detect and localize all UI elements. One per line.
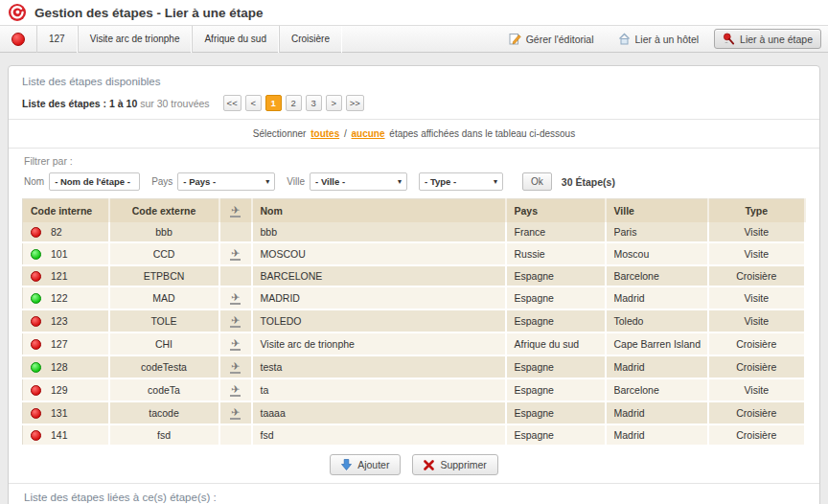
page-first-button[interactable]: << [223,95,242,111]
table-row[interactable]: 121ETPBCNBARCELONEEspagneBarceloneCroisi… [23,265,806,286]
nom-cell: TOLEDO [252,309,506,332]
nom-cell: fsd [252,424,506,446]
type-cell: Visite [708,222,806,242]
ville-cell: Paris [606,222,708,242]
page-2-button[interactable]: 2 [286,95,302,111]
page-prev-button[interactable]: < [245,95,262,111]
pays-filter-value: - Pays - [183,176,216,187]
link-hotel-button[interactable]: Lier à un hôtel [610,29,708,49]
chevron-down-icon: ▾ [265,177,269,186]
code-externe-cell: fsd [109,424,219,446]
edit-page-icon [509,33,521,45]
ok-button[interactable]: Ok [522,172,552,191]
ville-filter-select[interactable]: - Ville - ▾ [310,172,407,191]
status-dot-red [31,339,41,350]
manage-editorial-button[interactable]: Gérer l'éditorial [500,29,603,49]
code-interne-cell: 128 [23,355,109,378]
header-type: Type [708,199,806,223]
link-hotel-label: Lier à un hôtel [635,34,700,45]
ville-cell: Barcelone [606,265,708,286]
page-last-button[interactable]: >> [346,95,364,111]
page-3-button[interactable]: 3 [306,95,322,111]
code-interne-value: 121 [51,270,68,282]
type-cell: Croisière [708,355,806,378]
code-interne-cell: 122 [23,286,109,309]
plane-icon: ✈ [230,407,241,420]
ville-filter-label: Ville [287,176,305,187]
ville-cell: Cape Barren Island [606,332,708,355]
type-cell: Visite [708,309,806,332]
pagination: << < 1 2 3 > >> [223,95,364,111]
plane-cell: ✈ [219,378,252,401]
header-pays: Pays [506,199,606,223]
context-code: 127 [36,26,78,53]
status-dot-red [31,430,41,441]
type-filter-select[interactable]: - Type - ▾ [419,172,503,191]
table-row[interactable]: 127CHI✈Visite arc de trionpheAfrique du … [23,332,806,355]
type-cell: Croisière [708,332,806,355]
code-externe-cell: CHI [109,332,219,355]
ajouter-button[interactable]: Ajouter [330,454,401,475]
x-icon [424,460,434,470]
table-row[interactable]: 131tacode✈taaaaEspagneMadridCroisière [23,401,806,424]
pays-filter-select[interactable]: - Pays - ▾ [177,172,275,191]
ville-cell: Barcelone [606,378,708,401]
type-cell: Croisière [708,401,806,424]
table-row[interactable]: 82bbbbbbFranceParisVisite [23,222,806,242]
select-separator: / [344,128,347,139]
ville-cell: Madrid [606,401,708,424]
code-externe-cell: codeTa [109,378,219,401]
nom-filter-input[interactable] [49,172,140,191]
type-cell: Croisière [708,424,806,446]
app-logo-icon [9,4,26,21]
type-cell: Visite [708,286,806,309]
code-interne-cell: 131 [23,401,109,424]
select-none-link[interactable]: aucune [352,128,385,139]
code-interne-value: 82 [51,226,62,238]
pushpin-icon [723,33,735,45]
plane-icon: ✈ [230,384,241,397]
ville-cell: Madrid [606,424,708,446]
table-row[interactable]: 128codeTesta✈testaEspagneMadridCroisière [23,355,806,378]
nom-cell: ta [252,378,506,401]
page-next-button[interactable]: > [326,95,342,111]
available-steps-table: Code interne Code externe ✈ Nom Pays Vil… [22,198,806,447]
code-interne-cell: 127 [23,332,109,355]
status-dot-red [31,385,41,396]
plane-cell: ✈ [219,242,252,265]
page-1-button[interactable]: 1 [265,95,282,111]
plane-icon: ✈ [230,315,241,328]
table-row[interactable]: 122MAD✈MADRIDEspagneMadridVisite [23,286,806,309]
status-dot-red [31,271,41,282]
context-type: Croisière [279,26,342,53]
code-externe-cell: CCD [109,242,219,265]
code-interne-cell: 121 [23,265,109,286]
divider [9,148,819,149]
table-row[interactable]: 141fsdfsdEspagneMadridCroisière [23,424,806,446]
type-cell: Visite [708,378,806,401]
type-filter-value: - Type - [425,176,456,187]
toolbar: 127 Visite arc de trionphe Afrique du su… [0,26,828,53]
ville-cell: Moscou [606,242,708,265]
ville-cell: Madrid [606,355,708,378]
nom-filter-label: Nom [24,176,44,187]
nom-cell: MADRID [252,286,506,309]
table-header: Code interne Code externe ✈ Nom Pays Vil… [23,199,806,223]
manage-editorial-label: Gérer l'éditorial [526,34,594,45]
plane-icon: ✈ [230,361,241,374]
plane-cell [219,222,252,242]
type-cell: Croisière [708,265,806,286]
select-all-line: Sélectionner toutes / aucune étapes affi… [22,126,806,142]
plane-cell [219,265,252,286]
link-etape-button[interactable]: Lier à une étape [714,29,821,49]
table-row[interactable]: 101CCD✈MOSCOURussieMoscouVisite [23,242,806,265]
arrow-down-icon [341,459,352,470]
table-row[interactable]: 129codeTa✈taEspagneBarceloneVisite [23,378,806,401]
select-all-link[interactable]: toutes [310,128,339,139]
plane-icon: ✈ [230,205,241,218]
table-row[interactable]: 123TOLE✈TOLEDOEspagneToledoVisite [23,309,806,332]
nom-cell: MOSCOU [252,242,506,265]
select-prefix: Sélectionner [253,128,307,139]
filter-title: Filtrer par : [24,155,806,167]
supprimer-button[interactable]: Supprimer [412,454,497,475]
